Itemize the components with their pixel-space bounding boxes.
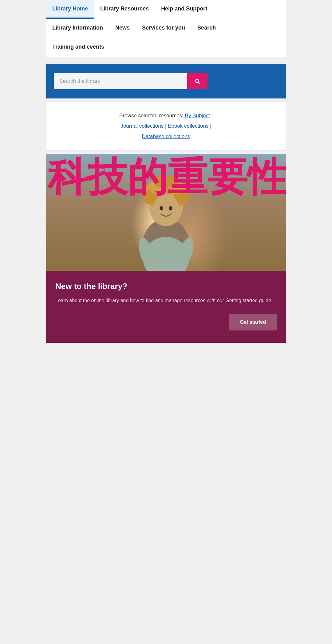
new-library-heading: New to the library? (55, 282, 277, 291)
main-navigation: Library Home Library Resources Help and … (46, 0, 286, 57)
nav-row-1: Library Home Library Resources Help and … (46, 0, 286, 19)
svg-point-11 (160, 206, 163, 210)
hero-image-inner (46, 154, 286, 271)
nav-help-support[interactable]: Help and Support (155, 0, 213, 19)
svg-point-12 (169, 206, 172, 210)
separator-1: | (211, 113, 213, 118)
svg-point-8 (154, 176, 165, 187)
nav-library-resources[interactable]: Library Resources (94, 0, 155, 19)
nav-search[interactable]: Search (191, 19, 222, 38)
browse-prefix: Browse selected resources: (119, 113, 184, 118)
new-library-card: New to the library? Learn about the onli… (46, 271, 286, 343)
hero-image (46, 154, 286, 271)
browse-section: Browse selected resources: By Subject | … (46, 102, 286, 151)
browse-journal-collections[interactable]: Journal collections (121, 123, 164, 129)
gap-1 (46, 57, 286, 61)
separator-3: | (210, 123, 211, 129)
browse-by-subject[interactable]: By Subject (185, 113, 210, 118)
nav-library-information[interactable]: Library Information (46, 19, 109, 38)
new-library-description: Learn about the online library and how t… (55, 297, 277, 305)
browse-database-collections[interactable]: Database collections (142, 134, 190, 139)
nav-training-events[interactable]: Training and events (46, 38, 110, 57)
search-section (46, 64, 286, 98)
search-icon (194, 78, 201, 85)
get-started-button[interactable]: Get started (229, 314, 277, 330)
svg-point-10 (153, 194, 179, 225)
search-input[interactable] (54, 73, 187, 89)
separator-2: | (165, 123, 168, 129)
browse-ebook-collections[interactable]: Ebook collections (168, 123, 208, 129)
nav-row-3: Training and events (46, 38, 286, 57)
person-illustration (120, 163, 212, 271)
nav-row-2: Library Information News Services for yo… (46, 19, 286, 38)
search-button[interactable] (187, 73, 208, 89)
nav-services-for-you[interactable]: Services for you (136, 19, 191, 38)
nav-news[interactable]: News (109, 19, 136, 38)
nav-library-home[interactable]: Library Home (46, 0, 94, 19)
search-box (54, 73, 208, 89)
svg-point-9 (167, 176, 178, 187)
hero-section: 科技的重要性作文80 (46, 154, 286, 343)
